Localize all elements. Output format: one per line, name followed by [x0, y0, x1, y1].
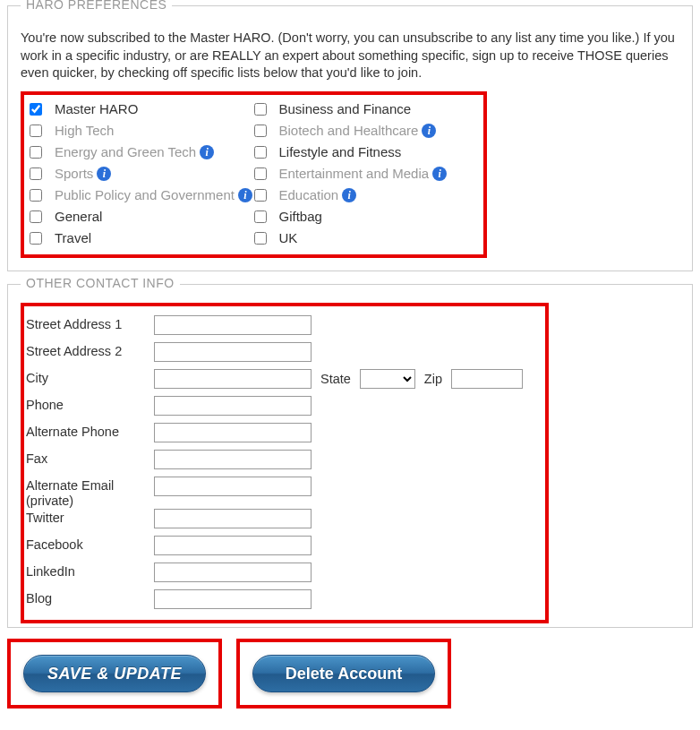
altphone-label: Alternate Phone — [24, 423, 154, 440]
haro-options-columns: Master HAROHigh TechEnergy and Green Tec… — [30, 99, 478, 249]
altemail-input[interactable] — [154, 477, 312, 496]
pref-checkbox-left-6[interactable] — [30, 232, 42, 245]
pref-item-left-5: General — [30, 206, 254, 228]
altphone-row: Alternate Phone — [24, 423, 534, 442]
street1-input[interactable] — [154, 315, 312, 335]
linkedin-label: LinkedIn — [24, 563, 154, 580]
pref-checkbox-right-1[interactable] — [254, 125, 267, 137]
info-icon[interactable]: i — [97, 167, 111, 181]
city-input[interactable] — [154, 369, 312, 389]
twitter-row: Twitter — [24, 509, 534, 528]
pref-checkbox-right-3[interactable] — [254, 167, 267, 180]
pref-checkbox-right-5[interactable] — [254, 210, 267, 223]
pref-label-left-4: Public Policy and Government — [55, 187, 235, 202]
street1-row: Street Address 1 — [24, 315, 534, 335]
pref-label-left-1: High Tech — [55, 123, 114, 138]
haro-right-column: Business and FinanceBiotech and Healthca… — [254, 99, 479, 249]
pref-label-right-2: Lifestyle and Fitness — [279, 144, 402, 159]
action-buttons-row: SAVE & UPDATE Delete Account — [7, 639, 693, 709]
pref-item-right-0: Business and Finance — [254, 99, 479, 120]
fax-row: Fax — [24, 450, 534, 469]
phone-row: Phone — [24, 396, 534, 416]
pref-item-left-4: Public Policy and Governmenti — [30, 185, 254, 206]
altemail-label: Alternate Email (private) — [24, 477, 154, 510]
haro-left-column: Master HAROHigh TechEnergy and Green Tec… — [30, 99, 254, 249]
pref-item-left-6: Travel — [30, 228, 254, 249]
delete-account-button[interactable]: Delete Account — [252, 655, 435, 692]
city-row: City State Zip — [24, 369, 534, 389]
facebook-row: Facebook — [24, 536, 534, 555]
pref-checkbox-right-6[interactable] — [254, 232, 267, 245]
state-select[interactable] — [360, 369, 415, 389]
pref-item-right-3: Entertainment and Mediai — [254, 163, 479, 185]
info-icon[interactable]: i — [432, 167, 447, 181]
save-update-button[interactable]: SAVE & UPDATE — [23, 655, 206, 692]
phone-input[interactable] — [154, 396, 312, 416]
street2-row: Street Address 2 — [24, 342, 534, 362]
pref-item-left-2: Energy and Green Techi — [30, 142, 254, 163]
twitter-label: Twitter — [24, 509, 154, 526]
contact-form-highlight: Street Address 1 Street Address 2 City S… — [21, 303, 549, 624]
pref-label-left-0: Master HARO — [55, 101, 138, 116]
pref-item-left-1: High Tech — [30, 120, 254, 142]
pref-checkbox-left-0[interactable] — [30, 103, 42, 116]
pref-checkbox-right-4[interactable] — [254, 189, 267, 202]
pref-checkbox-left-4[interactable] — [30, 189, 42, 202]
facebook-label: Facebook — [24, 536, 154, 553]
pref-checkbox-left-2[interactable] — [30, 146, 42, 159]
altemail-row: Alternate Email (private) — [24, 477, 534, 510]
haro-preferences-section: HARO PREFERENCES You're now subscribed t… — [7, 5, 693, 271]
info-icon[interactable]: i — [200, 145, 214, 159]
delete-button-highlight: Delete Account — [236, 639, 451, 709]
pref-item-left-0: Master HARO — [30, 99, 254, 120]
pref-label-left-2: Energy and Green Tech — [55, 144, 196, 159]
pref-checkbox-left-3[interactable] — [30, 167, 42, 180]
street2-label: Street Address 2 — [24, 342, 154, 359]
blog-label: Blog — [24, 589, 154, 606]
pref-item-right-5: Giftbag — [254, 206, 479, 228]
linkedin-input[interactable] — [154, 563, 312, 582]
pref-label-right-5: Giftbag — [279, 209, 322, 224]
info-icon[interactable]: i — [238, 188, 252, 202]
pref-label-right-3: Entertainment and Media — [279, 166, 430, 181]
blog-input[interactable] — [154, 589, 312, 609]
contact-legend: OTHER CONTACT INFO — [21, 276, 180, 290]
twitter-input[interactable] — [154, 509, 312, 528]
pref-checkbox-left-5[interactable] — [30, 210, 42, 223]
pref-label-right-6: UK — [279, 230, 298, 245]
info-icon[interactable]: i — [342, 188, 356, 202]
street1-label: Street Address 1 — [24, 315, 154, 332]
city-label: City — [24, 369, 154, 386]
pref-item-right-6: UK — [254, 228, 479, 249]
pref-label-left-5: General — [55, 209, 102, 224]
pref-checkbox-right-2[interactable] — [254, 146, 267, 159]
pref-label-right-1: Biotech and Healthcare — [279, 123, 419, 138]
pref-label-right-4: Education — [279, 187, 339, 202]
pref-label-left-6: Travel — [55, 230, 91, 245]
save-button-highlight: SAVE & UPDATE — [7, 639, 222, 709]
pref-item-right-1: Biotech and Healthcarei — [254, 120, 479, 142]
street2-input[interactable] — [154, 342, 312, 362]
linkedin-row: LinkedIn — [24, 563, 534, 582]
blog-row: Blog — [24, 589, 534, 609]
state-label: State — [320, 372, 351, 386]
haro-options-highlight: Master HAROHigh TechEnergy and Green Tec… — [21, 91, 487, 258]
zip-input[interactable] — [451, 369, 523, 389]
other-contact-section: OTHER CONTACT INFO Street Address 1 Stre… — [7, 284, 693, 629]
facebook-input[interactable] — [154, 536, 312, 555]
haro-intro-text: You're now subscribed to the Master HARO… — [21, 30, 679, 82]
pref-label-right-0: Business and Finance — [279, 101, 412, 116]
pref-item-left-3: Sportsi — [30, 163, 254, 185]
phone-label: Phone — [24, 396, 154, 413]
pref-checkbox-left-1[interactable] — [30, 125, 42, 137]
zip-label: Zip — [424, 372, 442, 386]
info-icon[interactable]: i — [422, 124, 436, 138]
fax-label: Fax — [24, 450, 154, 467]
haro-legend: HARO PREFERENCES — [21, 0, 172, 12]
pref-checkbox-right-0[interactable] — [254, 103, 267, 116]
fax-input[interactable] — [154, 450, 312, 469]
pref-label-left-3: Sports — [55, 166, 93, 181]
altphone-input[interactable] — [154, 423, 312, 442]
pref-item-right-4: Educationi — [254, 185, 479, 206]
pref-item-right-2: Lifestyle and Fitness — [254, 142, 479, 163]
